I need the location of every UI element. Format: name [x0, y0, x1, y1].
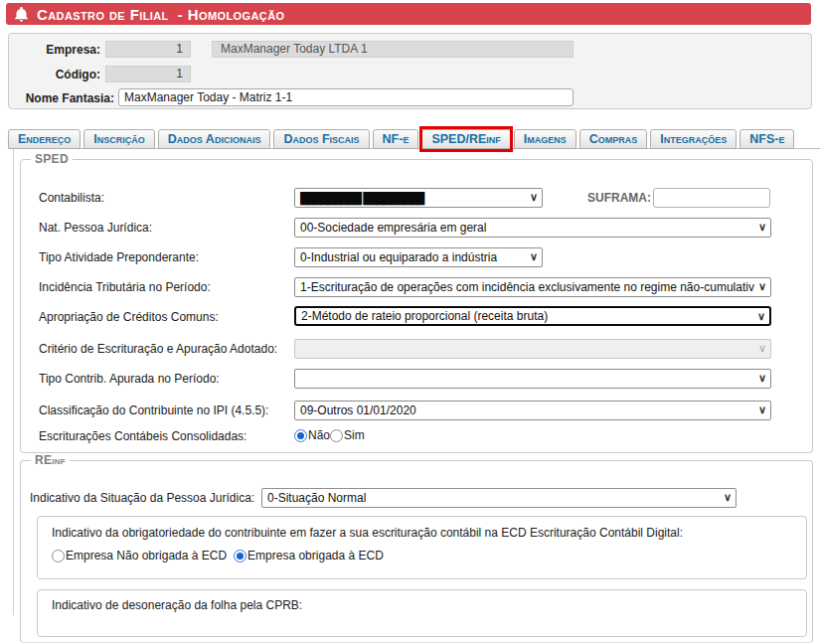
tab-integracoes[interactable]: Integrações [650, 129, 737, 149]
nat-pessoa-juridica-label: Nat. Pessoa Jurídica: [39, 218, 152, 238]
reinf-legend: REinf [31, 453, 70, 467]
classificacao-ipi-select[interactable]: 09-Outros 01/01/2020 ∨ [294, 401, 771, 420]
empresa-label: Empresa: [9, 42, 100, 59]
apropriacao-creditos-value: 2-Método de rateio proporcional (receita… [301, 309, 548, 323]
cprb-question: Indicativo de desoneração da folha pela … [52, 598, 302, 612]
escrituracoes-radio-group: Não Sim [294, 428, 365, 442]
tipo-contrib-select[interactable]: ∨ [294, 369, 771, 389]
tab-inscricao[interactable]: Inscrição [83, 129, 154, 149]
incidencia-tributaria-label: Incidência Tributária no Período: [39, 277, 211, 297]
empresa-name-field: MaxManager Today LTDA 1 [212, 41, 574, 58]
radio-nao-label: Não [308, 428, 330, 442]
tipo-atividade-select[interactable]: 0-Industrial ou equiparado a indústria ∨ [294, 247, 543, 267]
suframa-label: SUFRAMA: [587, 188, 651, 208]
chevron-down-icon: ∨ [724, 491, 732, 504]
chevron-down-icon: ∨ [530, 250, 538, 263]
apropriacao-creditos-select[interactable]: 2-Método de rateio proporcional (receita… [294, 306, 771, 326]
ecd-radio-group: Empresa Não obrigada à ECD Empresa obrig… [52, 549, 384, 563]
tab-panel-left-border [13, 148, 14, 615]
company-panel: Empresa: 1 MaxManager Today LTDA 1 Códig… [8, 33, 812, 109]
ecd-question: Indicativo da obrigatoriedade do contrib… [52, 526, 683, 540]
classificacao-ipi-label: Classificação do Contribuinte no IPI (4.… [39, 401, 268, 420]
chevron-down-icon: ∨ [757, 310, 765, 323]
chevron-down-icon: ∨ [758, 280, 766, 293]
chevron-down-icon: ∨ [758, 342, 766, 355]
classificacao-ipi-value: 09-Outros 01/01/2020 [300, 403, 416, 417]
suframa-input[interactable] [653, 188, 770, 208]
contabilista-select[interactable]: █████████ █████████ ∨ [294, 188, 543, 208]
page-title: Cadastro de Filial - Homologação [37, 6, 285, 23]
nat-pessoa-juridica-select[interactable]: 00-Sociedade empresária em geral ∨ [294, 218, 771, 238]
tab-sped-reinf[interactable]: SPED/REinf [421, 129, 510, 149]
tipo-atividade-value: 0-Industrial ou equiparado a indústria [300, 250, 497, 264]
radio-obrigada-ecd-label: Empresa obrigada à ECD [247, 549, 384, 563]
sped-fieldset: SPED Contabilista: █████████ █████████ ∨… [20, 159, 813, 453]
tab-imagens[interactable]: Imagens [514, 129, 576, 149]
situacao-label: Indicativo da Situação da Pessoa Jurídic… [30, 488, 254, 508]
bell-icon [15, 7, 28, 22]
apropriacao-creditos-label: Apropriação de Créditos Comuns: [39, 307, 219, 327]
tab-dados-adicionais[interactable]: Dados Adicionais [158, 129, 271, 149]
radio-nao-obrigada-ecd-label: Empresa Não obrigada à ECD [66, 549, 227, 563]
tipo-atividade-label: Tipo Atividade Preponderante: [39, 247, 199, 267]
radio-sim[interactable] [330, 429, 343, 442]
tab-sped-reinf-label: SPED/REinf [431, 132, 500, 146]
chevron-down-icon: ∨ [758, 372, 766, 385]
incidencia-tributaria-value: 1-Escrituração de operações com incidênc… [300, 280, 754, 294]
tab-endereco[interactable]: Endereço [8, 129, 81, 149]
criterio-escrituracao-label: Critério de Escrituração e Apuração Adot… [39, 339, 277, 359]
sped-legend: SPED [31, 152, 73, 166]
contabilista-label: Contabilista: [39, 188, 104, 208]
radio-sim-label: Sim [344, 428, 365, 442]
cprb-box: Indicativo de desoneração da folha pela … [37, 589, 807, 637]
chevron-down-icon: ∨ [530, 191, 538, 204]
codigo-label: Código: [9, 67, 100, 83]
chevron-down-icon: ∨ [758, 221, 766, 234]
tab-dados-fiscais[interactable]: Dados Fiscais [273, 129, 369, 149]
nat-pessoa-juridica-value: 00-Sociedade empresária em geral [300, 221, 486, 235]
tab-compras[interactable]: Compras [579, 129, 648, 149]
escrituracoes-label: Escriturações Contábeis Consolidadas: [39, 426, 246, 446]
tab-nfe[interactable]: NF-e [373, 129, 419, 149]
tipo-contrib-label: Tipo Contrib. Apurada no Período: [39, 369, 220, 389]
situacao-value: 0-Situação Normal [267, 491, 366, 505]
nome-fantasia-label: Nome Fantasia: [9, 90, 114, 107]
nome-fantasia-input[interactable]: MaxManager Today - Matriz 1-1 [118, 88, 574, 106]
tab-strip: Endereço Inscrição Dados Adicionais Dado… [8, 129, 794, 149]
chevron-down-icon: ∨ [758, 403, 766, 416]
contabilista-redacted-value: █████████ █████████ [300, 192, 423, 204]
empresa-code-field: 1 [105, 41, 191, 58]
criterio-escrituracao-select: ∨ [294, 339, 771, 359]
incidencia-tributaria-select[interactable]: 1-Escrituração de operações com incidênc… [294, 277, 771, 297]
window-title-bar: Cadastro de Filial - Homologação [6, 3, 811, 25]
tab-nfse[interactable]: NFS-e [739, 129, 794, 149]
codigo-field: 1 [105, 66, 191, 82]
radio-nao[interactable] [294, 429, 307, 442]
ecd-box: Indicativo da obrigatoriedade do contrib… [37, 516, 807, 579]
situacao-select[interactable]: 0-Situação Normal ∨ [261, 488, 737, 508]
reinf-fieldset: REinf Indicativo da Situação da Pessoa J… [20, 460, 813, 643]
radio-obrigada-ecd[interactable] [234, 550, 246, 563]
radio-nao-obrigada-ecd[interactable] [52, 550, 65, 563]
